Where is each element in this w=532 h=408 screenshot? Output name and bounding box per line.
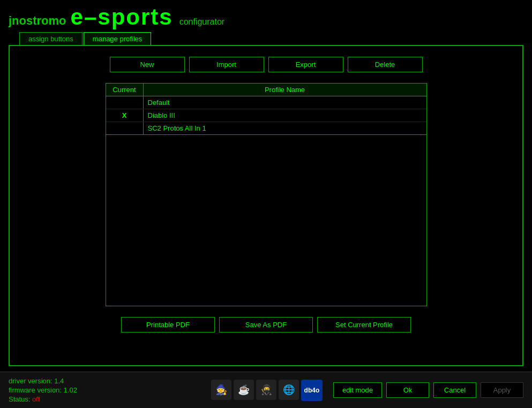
set-current-profile-button[interactable]: Set Current Profile xyxy=(317,317,411,333)
db40-icon: db4o xyxy=(301,380,323,401)
table-row[interactable]: X Diablo III xyxy=(106,109,426,122)
footer-icons: 🧙 ☕ 🥷 🌐 db4o xyxy=(211,380,323,401)
network-icon: 🌐 xyxy=(279,380,299,400)
warrior-icon: 🧙 xyxy=(211,380,231,400)
col-current-header: Current xyxy=(106,84,144,96)
firmware-version-label: firmware version: 1.02 xyxy=(9,386,211,394)
ninja-icon: 🥷 xyxy=(256,380,276,400)
app-header: jnostromo e–sports configurator xyxy=(0,0,532,32)
profile-table-header: Current Profile Name xyxy=(106,84,426,96)
status-value: off xyxy=(32,395,40,403)
printable-pdf-button[interactable]: Printable PDF xyxy=(121,317,215,333)
status-label: Status: xyxy=(9,395,32,403)
new-button[interactable]: New xyxy=(110,57,185,72)
import-button[interactable]: Import xyxy=(189,57,264,72)
subtitle-label: configurator xyxy=(179,17,225,27)
java-icon: ☕ xyxy=(234,380,254,400)
col-name-header: Profile Name xyxy=(144,84,426,96)
row-current-indicator: X xyxy=(106,109,144,122)
footer-action-buttons: edit mode Ok Cancel Apply xyxy=(333,382,523,398)
table-row[interactable]: SC2 Protos All In 1 xyxy=(106,122,426,134)
apply-button[interactable]: Apply xyxy=(481,382,523,398)
profile-toolbar: New Import Export Delete xyxy=(20,57,512,72)
brand-label: jnostromo xyxy=(9,14,66,28)
tab-assign-buttons[interactable]: assign buttons xyxy=(19,32,83,45)
footer-info: driver version: 1.4 firmware version: 1.… xyxy=(9,377,211,403)
bottom-toolbar: Printable PDF Save As PDF Set Current Pr… xyxy=(20,317,512,333)
table-row[interactable]: Default xyxy=(106,96,426,109)
status-row: Status: off xyxy=(9,395,211,403)
tab-manage-profiles[interactable]: manage profiles xyxy=(84,32,152,45)
product-label: e–sports xyxy=(71,4,173,30)
delete-button[interactable]: Delete xyxy=(348,57,423,72)
footer: driver version: 1.4 firmware version: 1.… xyxy=(0,372,532,408)
driver-version-label: driver version: 1.4 xyxy=(9,377,211,385)
main-content: New Import Export Delete Current Profile… xyxy=(9,45,523,366)
row-current-indicator xyxy=(106,96,144,109)
row-current-indicator xyxy=(106,122,144,134)
save-as-pdf-button[interactable]: Save As PDF xyxy=(219,317,313,333)
row-profile-name: Diablo III xyxy=(144,109,426,122)
ok-button[interactable]: Ok xyxy=(386,382,429,398)
edit-mode-button[interactable]: edit mode xyxy=(333,382,382,398)
export-button[interactable]: Export xyxy=(268,57,343,72)
row-profile-name: SC2 Protos All In 1 xyxy=(144,122,426,134)
tabs-bar: assign buttons manage profiles xyxy=(0,32,532,45)
row-profile-name: Default xyxy=(144,96,426,109)
profile-list-empty-area xyxy=(106,135,427,306)
profile-table: Current Profile Name Default X Diablo II… xyxy=(106,83,427,135)
cancel-button[interactable]: Cancel xyxy=(433,382,476,398)
